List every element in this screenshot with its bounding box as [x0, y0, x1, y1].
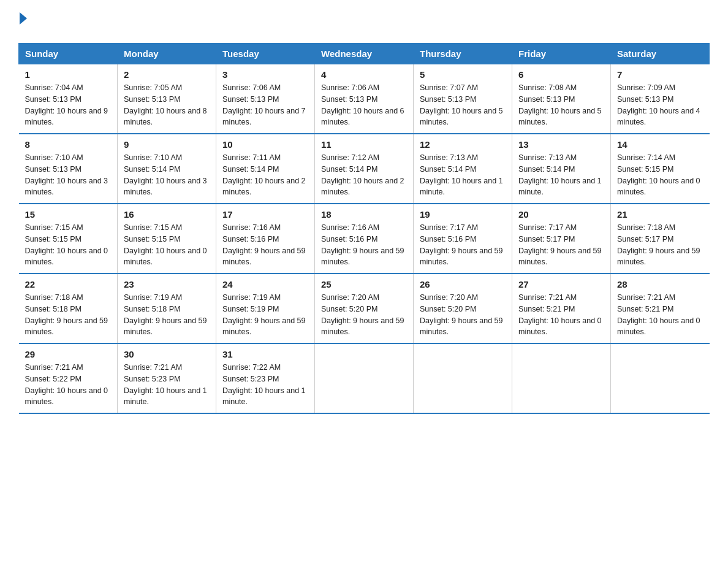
day-info: Sunrise: 7:13 AMSunset: 5:14 PMDaylight:…	[420, 153, 503, 196]
day-info: Sunrise: 7:21 AMSunset: 5:21 PMDaylight:…	[617, 293, 700, 336]
day-number: 25	[321, 279, 407, 289]
calendar-cell: 14 Sunrise: 7:14 AMSunset: 5:15 PMDaylig…	[611, 134, 710, 204]
day-info: Sunrise: 7:16 AMSunset: 5:16 PMDaylight:…	[321, 223, 404, 266]
day-info: Sunrise: 7:18 AMSunset: 5:18 PMDaylight:…	[25, 293, 108, 336]
calendar-week-row: 15 Sunrise: 7:15 AMSunset: 5:15 PMDaylig…	[19, 204, 710, 274]
calendar-cell: 25 Sunrise: 7:20 AMSunset: 5:20 PMDaylig…	[315, 274, 414, 343]
day-number: 9	[124, 139, 210, 150]
calendar-cell: 20 Sunrise: 7:17 AMSunset: 5:17 PMDaylig…	[512, 204, 611, 274]
day-info: Sunrise: 7:10 AMSunset: 5:13 PMDaylight:…	[25, 153, 108, 196]
day-info: Sunrise: 7:09 AMSunset: 5:13 PMDaylight:…	[617, 83, 700, 126]
day-number: 4	[321, 69, 407, 80]
day-info: Sunrise: 7:21 AMSunset: 5:21 PMDaylight:…	[518, 293, 602, 336]
calendar-cell: 7 Sunrise: 7:09 AMSunset: 5:13 PMDayligh…	[611, 64, 710, 134]
day-info: Sunrise: 7:13 AMSunset: 5:14 PMDaylight:…	[518, 153, 602, 196]
calendar-cell: 21 Sunrise: 7:18 AMSunset: 5:17 PMDaylig…	[611, 204, 710, 274]
calendar-cell: 29 Sunrise: 7:21 AMSunset: 5:22 PMDaylig…	[19, 343, 118, 413]
day-number: 20	[518, 209, 604, 220]
page-header	[18, 12, 710, 31]
day-number: 5	[420, 69, 506, 80]
column-header-wednesday: Wednesday	[315, 44, 414, 64]
day-number: 8	[25, 139, 112, 150]
day-number: 10	[222, 139, 308, 150]
day-number: 3	[222, 69, 308, 80]
day-number: 2	[124, 69, 210, 80]
calendar-cell: 30 Sunrise: 7:21 AMSunset: 5:23 PMDaylig…	[118, 343, 216, 413]
day-info: Sunrise: 7:17 AMSunset: 5:16 PMDaylight:…	[420, 223, 503, 266]
day-info: Sunrise: 7:15 AMSunset: 5:15 PMDaylight:…	[124, 223, 207, 266]
day-number: 13	[518, 139, 604, 150]
day-number: 21	[617, 209, 703, 220]
calendar-week-row: 1 Sunrise: 7:04 AMSunset: 5:13 PMDayligh…	[19, 64, 710, 134]
day-number: 22	[25, 279, 112, 289]
calendar-cell: 8 Sunrise: 7:10 AMSunset: 5:13 PMDayligh…	[19, 134, 118, 204]
day-info: Sunrise: 7:15 AMSunset: 5:15 PMDaylight:…	[25, 223, 108, 266]
calendar-cell	[512, 343, 611, 413]
calendar-cell: 18 Sunrise: 7:16 AMSunset: 5:16 PMDaylig…	[315, 204, 414, 274]
calendar-week-row: 29 Sunrise: 7:21 AMSunset: 5:22 PMDaylig…	[19, 343, 710, 413]
day-number: 18	[321, 209, 407, 220]
day-number: 6	[518, 69, 604, 80]
logo-arrow-icon	[20, 12, 27, 25]
day-info: Sunrise: 7:19 AMSunset: 5:19 PMDaylight:…	[222, 293, 306, 336]
calendar-cell: 4 Sunrise: 7:06 AMSunset: 5:13 PMDayligh…	[315, 64, 414, 134]
day-number: 11	[321, 139, 407, 150]
day-number: 16	[124, 209, 210, 220]
calendar-cell: 27 Sunrise: 7:21 AMSunset: 5:21 PMDaylig…	[512, 274, 611, 343]
column-header-sunday: Sunday	[19, 44, 118, 64]
column-header-tuesday: Tuesday	[216, 44, 315, 64]
calendar-cell: 3 Sunrise: 7:06 AMSunset: 5:13 PMDayligh…	[216, 64, 315, 134]
day-info: Sunrise: 7:05 AMSunset: 5:13 PMDaylight:…	[124, 83, 207, 126]
day-info: Sunrise: 7:16 AMSunset: 5:16 PMDaylight:…	[222, 223, 306, 266]
calendar-cell: 31 Sunrise: 7:22 AMSunset: 5:23 PMDaylig…	[216, 343, 315, 413]
calendar-cell: 23 Sunrise: 7:19 AMSunset: 5:18 PMDaylig…	[118, 274, 216, 343]
day-info: Sunrise: 7:14 AMSunset: 5:15 PMDaylight:…	[617, 153, 700, 196]
calendar-cell: 9 Sunrise: 7:10 AMSunset: 5:14 PMDayligh…	[118, 134, 216, 204]
calendar-cell: 17 Sunrise: 7:16 AMSunset: 5:16 PMDaylig…	[216, 204, 315, 274]
day-number: 12	[420, 139, 506, 150]
calendar-cell: 2 Sunrise: 7:05 AMSunset: 5:13 PMDayligh…	[118, 64, 216, 134]
day-info: Sunrise: 7:07 AMSunset: 5:13 PMDaylight:…	[420, 83, 503, 126]
calendar-cell: 13 Sunrise: 7:13 AMSunset: 5:14 PMDaylig…	[512, 134, 611, 204]
calendar-week-row: 8 Sunrise: 7:10 AMSunset: 5:13 PMDayligh…	[19, 134, 710, 204]
calendar-cell: 11 Sunrise: 7:12 AMSunset: 5:14 PMDaylig…	[315, 134, 414, 204]
day-number: 15	[25, 209, 112, 220]
calendar-cell	[611, 343, 710, 413]
day-info: Sunrise: 7:10 AMSunset: 5:14 PMDaylight:…	[124, 153, 207, 196]
day-info: Sunrise: 7:21 AMSunset: 5:22 PMDaylight:…	[25, 363, 108, 406]
day-info: Sunrise: 7:22 AMSunset: 5:23 PMDaylight:…	[222, 363, 306, 406]
day-number: 31	[222, 349, 308, 359]
day-number: 28	[617, 279, 703, 289]
day-info: Sunrise: 7:06 AMSunset: 5:13 PMDaylight:…	[321, 83, 404, 126]
column-header-monday: Monday	[118, 44, 216, 64]
calendar-cell	[315, 343, 414, 413]
calendar-cell: 24 Sunrise: 7:19 AMSunset: 5:19 PMDaylig…	[216, 274, 315, 343]
column-header-friday: Friday	[512, 44, 611, 64]
calendar-header-row: SundayMondayTuesdayWednesdayThursdayFrid…	[19, 44, 710, 64]
day-info: Sunrise: 7:20 AMSunset: 5:20 PMDaylight:…	[420, 293, 503, 336]
day-info: Sunrise: 7:21 AMSunset: 5:23 PMDaylight:…	[124, 363, 207, 406]
day-info: Sunrise: 7:19 AMSunset: 5:18 PMDaylight:…	[124, 293, 207, 336]
day-number: 23	[124, 279, 210, 289]
day-number: 24	[222, 279, 308, 289]
calendar-cell: 1 Sunrise: 7:04 AMSunset: 5:13 PMDayligh…	[19, 64, 118, 134]
day-number: 1	[25, 69, 112, 80]
calendar-cell: 26 Sunrise: 7:20 AMSunset: 5:20 PMDaylig…	[414, 274, 512, 343]
logo	[18, 12, 27, 31]
day-info: Sunrise: 7:18 AMSunset: 5:17 PMDaylight:…	[617, 223, 700, 266]
calendar-cell: 22 Sunrise: 7:18 AMSunset: 5:18 PMDaylig…	[19, 274, 118, 343]
calendar-cell: 19 Sunrise: 7:17 AMSunset: 5:16 PMDaylig…	[414, 204, 512, 274]
day-info: Sunrise: 7:12 AMSunset: 5:14 PMDaylight:…	[321, 153, 404, 196]
calendar-cell: 6 Sunrise: 7:08 AMSunset: 5:13 PMDayligh…	[512, 64, 611, 134]
column-header-thursday: Thursday	[414, 44, 512, 64]
day-info: Sunrise: 7:08 AMSunset: 5:13 PMDaylight:…	[518, 83, 602, 126]
calendar-cell: 15 Sunrise: 7:15 AMSunset: 5:15 PMDaylig…	[19, 204, 118, 274]
day-number: 29	[25, 349, 112, 359]
day-info: Sunrise: 7:06 AMSunset: 5:13 PMDaylight:…	[222, 83, 306, 126]
calendar-week-row: 22 Sunrise: 7:18 AMSunset: 5:18 PMDaylig…	[19, 274, 710, 343]
calendar-cell: 12 Sunrise: 7:13 AMSunset: 5:14 PMDaylig…	[414, 134, 512, 204]
day-info: Sunrise: 7:11 AMSunset: 5:14 PMDaylight:…	[222, 153, 306, 196]
day-info: Sunrise: 7:04 AMSunset: 5:13 PMDaylight:…	[25, 83, 108, 126]
calendar-cell: 10 Sunrise: 7:11 AMSunset: 5:14 PMDaylig…	[216, 134, 315, 204]
day-number: 14	[617, 139, 703, 150]
